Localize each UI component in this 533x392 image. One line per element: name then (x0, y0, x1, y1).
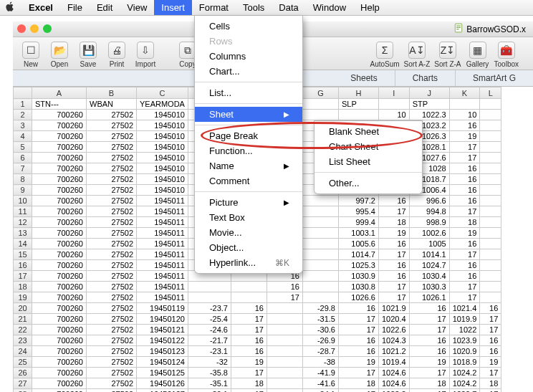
sheet-submenu-item-other[interactable]: Other... (314, 176, 422, 191)
cell[interactable]: 700260 (32, 153, 87, 163)
row-header-10[interactable]: 10 (14, 196, 32, 206)
cell[interactable]: 18 (449, 217, 480, 228)
cell[interactable] (480, 110, 501, 120)
cell[interactable]: 16 (449, 196, 480, 206)
cell[interactable]: 19450127 (137, 389, 188, 393)
cell[interactable]: 16 (409, 335, 449, 346)
cell[interactable]: 16 (338, 335, 378, 346)
view-tab-charts[interactable]: Charts (395, 70, 455, 86)
cell[interactable]: 700260 (32, 303, 87, 314)
cell[interactable]: 17 (231, 325, 266, 335)
cell[interactable] (266, 335, 302, 346)
cell[interactable]: 1022.3 (409, 110, 449, 120)
cell[interactable]: 16 (231, 346, 266, 357)
cell[interactable]: 1005 (409, 239, 449, 249)
cell[interactable]: YEARMODA (137, 99, 188, 110)
cell[interactable]: 17 (338, 389, 378, 393)
cell[interactable]: 19 (409, 357, 449, 368)
column-header-K[interactable]: K (449, 87, 480, 99)
cell[interactable]: 19450122 (137, 335, 188, 346)
cell[interactable]: 16 (480, 303, 501, 314)
cell[interactable] (480, 174, 501, 185)
cell[interactable] (231, 282, 266, 292)
cell[interactable]: 700260 (32, 131, 87, 142)
cell[interactable]: 1022.6 (378, 325, 409, 335)
select-all-cell[interactable] (14, 87, 32, 99)
cell[interactable]: 1945011 (137, 282, 188, 292)
cell[interactable]: 700260 (32, 185, 87, 196)
cell[interactable] (480, 99, 501, 110)
cell[interactable]: 700260 (32, 217, 87, 228)
cell[interactable] (302, 239, 338, 249)
cell[interactable]: 19 (449, 131, 480, 142)
cell[interactable]: 17 (449, 153, 480, 163)
row-header-19[interactable]: 19 (14, 292, 32, 303)
cell[interactable]: 27502 (87, 228, 137, 239)
cell[interactable]: 27502 (87, 131, 137, 142)
cell[interactable]: 1024.6 (378, 378, 409, 389)
cell[interactable] (266, 378, 302, 389)
menu-app[interactable]: Excel (21, 0, 60, 15)
cell[interactable]: 997.2 (338, 196, 378, 206)
cell[interactable]: 1945010 (137, 153, 188, 163)
cell[interactable]: -26.9 (302, 335, 338, 346)
sheet-submenu-item-list-sheet[interactable]: List Sheet (314, 154, 422, 169)
cell[interactable]: 19 (338, 357, 378, 368)
cell[interactable] (302, 271, 338, 282)
cell[interactable] (480, 282, 501, 292)
cell[interactable]: 10 (449, 110, 480, 120)
cell[interactable]: 27502 (87, 303, 137, 314)
cell[interactable]: 1030.9 (338, 271, 378, 282)
cell[interactable]: 700260 (32, 357, 87, 368)
cell[interactable]: 27502 (87, 163, 137, 174)
cell[interactable]: 1003.1 (338, 228, 378, 239)
cell[interactable] (302, 249, 338, 260)
cell[interactable] (302, 282, 338, 292)
cell[interactable]: 999.4 (338, 217, 378, 228)
cell[interactable]: 700260 (32, 292, 87, 303)
row-header-3[interactable]: 3 (14, 120, 32, 131)
cell[interactable] (302, 99, 338, 110)
cell[interactable] (266, 314, 302, 325)
cell[interactable]: 18 (378, 217, 409, 228)
menu-insert[interactable]: Insert (154, 0, 192, 15)
cell[interactable] (378, 99, 409, 110)
cell[interactable]: 16 (449, 260, 480, 271)
cell[interactable]: 1019.4 (378, 357, 409, 368)
insert-menu-item-movie[interactable]: Movie... (195, 225, 302, 240)
cell[interactable] (480, 185, 501, 196)
cell[interactable] (266, 389, 302, 393)
cell[interactable]: 1021.2 (378, 346, 409, 357)
cell[interactable] (266, 303, 302, 314)
cell[interactable]: -23.1 (188, 346, 231, 357)
cell[interactable]: 700260 (32, 282, 87, 292)
cell[interactable]: 27502 (87, 120, 137, 131)
zoom-window-icon[interactable] (43, 24, 52, 33)
cell[interactable]: -35.1 (188, 378, 231, 389)
row-header-13[interactable]: 13 (14, 228, 32, 239)
cell[interactable]: 17 (449, 292, 480, 303)
cell[interactable] (480, 271, 501, 282)
cell[interactable]: 1020.9 (449, 346, 480, 357)
cell[interactable] (480, 153, 501, 163)
cell[interactable]: 27502 (87, 368, 137, 378)
cell[interactable]: 19 (449, 228, 480, 239)
row-header-8[interactable]: 8 (14, 174, 32, 185)
cell[interactable]: 700260 (32, 378, 87, 389)
cell[interactable]: 18 (338, 378, 378, 389)
cell[interactable]: 17 (480, 389, 501, 393)
cell[interactable]: 27502 (87, 357, 137, 368)
cell[interactable]: 27502 (87, 389, 137, 393)
cell[interactable]: 1945010 (137, 142, 188, 153)
cell[interactable]: 700260 (32, 196, 87, 206)
cell[interactable]: 18 (480, 378, 501, 389)
cell[interactable] (231, 292, 266, 303)
menu-format[interactable]: Format (192, 0, 236, 15)
cell[interactable]: 16 (480, 335, 501, 346)
cell[interactable]: -23.7 (188, 303, 231, 314)
cell[interactable]: 16 (449, 239, 480, 249)
row-header-15[interactable]: 15 (14, 249, 32, 260)
cell[interactable]: 27502 (87, 314, 137, 325)
cell[interactable]: 16 (378, 271, 409, 282)
row-header-9[interactable]: 9 (14, 185, 32, 196)
